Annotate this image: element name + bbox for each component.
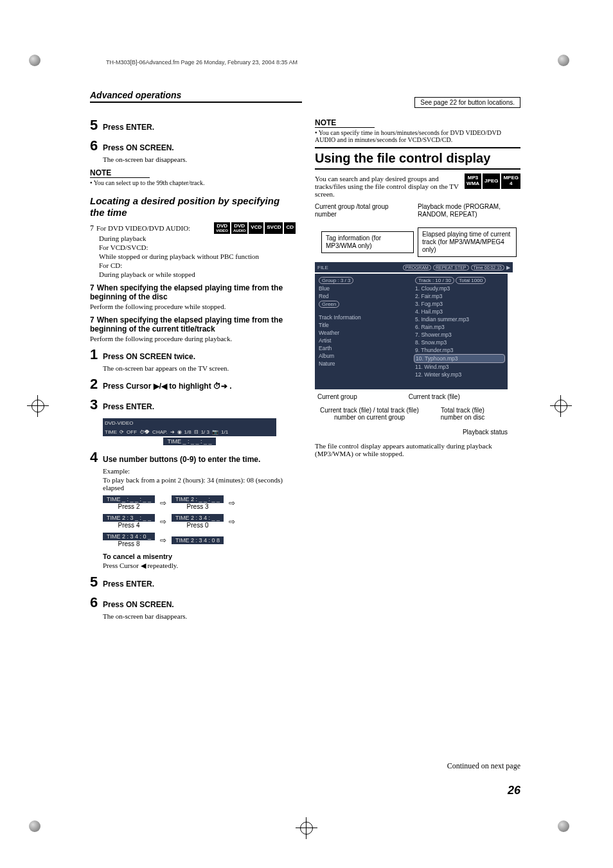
step-text: Use number buttons (0-9) to enter the ti… <box>103 455 260 464</box>
caption-current-group: Current group <box>317 393 357 400</box>
footer-text: The file control display appears automat… <box>315 442 520 457</box>
format-icons: MP3WMA JPEG MPEG4 <box>465 173 520 189</box>
time-entry-row: TIME _ : _ _ : _ _Press 2⇨TIME 2 : _ _ :… <box>103 495 296 510</box>
step-number: 4 <box>90 449 103 466</box>
for-dvd-body: During playback <box>99 235 209 242</box>
for-vcd-body: While stopped or during playback without… <box>99 252 296 260</box>
bullet-heading: 7When specifying the elapsed playing tim… <box>90 283 296 301</box>
step-body: The on-screen bar disappears. <box>103 612 296 620</box>
step-number: 3 <box>90 396 103 413</box>
step-body: The on-screen bar disappears. <box>103 155 296 163</box>
subheading: Locating a desired position by specifyin… <box>90 195 296 218</box>
step-text: Press ON SCREEN. <box>103 143 174 152</box>
step-text: Press ENTER. <box>103 123 154 132</box>
cancel-heading: To cancel a misentry <box>103 553 296 560</box>
step-number: 5 <box>90 574 103 590</box>
caption-current-track: Current track (file) <box>409 393 460 400</box>
bullet-heading: 7When specifying the elapsed playing tim… <box>90 315 296 333</box>
caption-playback-mode: Playback mode (PROGRAM, RANDOM, REPEAT) <box>418 203 514 218</box>
clock-seek-icon: ⏱➔ <box>139 429 150 435</box>
note-body: • You can select up to the 99th chapter/… <box>90 179 296 186</box>
clock-seek-icon: ⏱➔ <box>213 382 227 391</box>
step-text: Press ENTER. <box>103 580 154 589</box>
for-vcd: For VCD/SVCD: <box>99 244 296 251</box>
file-display-left-panel: Group : 3 / 3BlueRedGreenTrack Informati… <box>315 274 411 389</box>
step-number: 5 <box>90 117 103 134</box>
left-column: 5Press ENTER. 6Press ON SCREEN. The on-s… <box>90 113 296 620</box>
note-label: NOTE <box>90 168 150 178</box>
button-locations-note: See page 22 for button locations. <box>414 97 520 108</box>
step-text: Press ON SCREEN. <box>103 600 174 609</box>
step-text: Press Cursor ▶/◀ to highlight ⏱➔ . <box>103 382 232 391</box>
bullet-body: Perform the following procedure during p… <box>90 335 296 342</box>
cancel-body: Press Cursor ◀ repeatedly. <box>103 562 296 570</box>
step-number: 2 <box>90 376 103 393</box>
caption-group-number: Current group /total group number <box>315 203 411 218</box>
angle-icon: 📷 <box>212 429 218 435</box>
step-number: 6 <box>90 594 103 611</box>
disc-icon: ◉ <box>177 429 182 435</box>
subtitle-icon: ⊟ <box>194 429 199 435</box>
caption-track-number: Current track (file) / total track (file… <box>315 407 424 421</box>
for-cd-body: During playback or while stopped <box>99 270 296 278</box>
intro-text: You can search and play desired groups a… <box>315 175 461 198</box>
callout-tag-info: Tag information (for MP3/WMA only) <box>321 231 414 253</box>
file-display-header-bar: FILE PROGRAM REPEAT STEP Time 00:02:15 ▶ <box>315 262 513 272</box>
step-text: Press ENTER. <box>103 402 154 411</box>
section-title: Advanced operations <box>90 90 302 103</box>
caption-total-track: Total track (file) number on disc <box>431 407 495 421</box>
callout-elapsed-time: Elapsed playing time of current track (f… <box>418 227 517 257</box>
bullet-body: Perform the following procedure while st… <box>90 303 296 310</box>
step-text: Press ON SCREEN twice. <box>103 352 195 361</box>
file-display-right-panel: Track : 10 / 30 Total 10001. Cloudy.mp32… <box>411 274 508 389</box>
continued-note: Continued on next page <box>90 761 520 771</box>
note-body: • You can specify time in hours/minutes/… <box>315 129 520 143</box>
step-number: 6 <box>90 137 103 154</box>
page-number: 26 <box>90 784 520 797</box>
section-heading: Using the file control display <box>315 147 520 170</box>
time-entry-row: TIME 2 : 3 4 : 0 _Press 8⇨TIME 2 : 3 4 :… <box>103 533 296 547</box>
for-dvd: 7For DVD VIDEO/DVD AUDIO: <box>90 224 209 233</box>
page-header-meta: TH-M303[B]-06Advanced.fm Page 26 Monday,… <box>106 59 298 66</box>
note-label: NOTE <box>315 118 375 128</box>
for-cd: For CD: <box>99 261 296 269</box>
caption-playback-status: Playback status <box>315 429 508 436</box>
disc-icons: DVDVIDEO DVDAUDIO VCD SVCD CD <box>214 222 296 234</box>
onscreen-bar-row1: DVD-VIDEO <box>103 418 276 427</box>
onscreen-bar-row2: TIME ⟳ OFF ⏱➔ CHAP.➔ ◉1/8 ⊟1/ 3 📷1/1 <box>103 427 276 436</box>
step-number: 1 <box>90 346 103 363</box>
example-body: To play back from a point 2 (hours): 34 … <box>103 476 296 492</box>
step-body: The on-screen bar appears on the TV scre… <box>103 364 296 372</box>
time-entry-row: TIME 2 : 3 _ : _ _Press 4⇨TIME 2 : 3 4 :… <box>103 514 296 529</box>
play-icon: ▶ <box>506 265 510 270</box>
example-label: Example: <box>103 467 296 475</box>
right-column: NOTE • You can specify time in hours/min… <box>315 113 520 620</box>
time-input-display: TIME _ : _ _ : _ _ <box>163 438 215 445</box>
repeat-icon: ⟳ <box>120 429 124 435</box>
